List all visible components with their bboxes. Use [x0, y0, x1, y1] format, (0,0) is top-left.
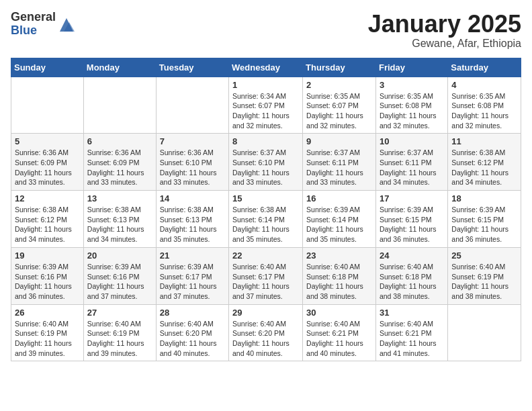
day-number: 31 [380, 308, 444, 318]
day-info: Sunrise: 6:38 AMSunset: 6:14 PMDaylight:… [232, 205, 299, 244]
day-info: Sunrise: 6:37 AMSunset: 6:11 PMDaylight:… [380, 148, 444, 187]
day-number: 16 [306, 193, 372, 203]
calendar-week-1: 1Sunrise: 6:34 AMSunset: 6:07 PMDaylight… [11, 77, 521, 134]
day-info: Sunrise: 6:39 AMSunset: 6:16 PMDaylight:… [87, 262, 152, 302]
day-header-friday: Friday [375, 58, 447, 77]
day-number: 24 [380, 250, 444, 261]
calendar-cell: 11Sunrise: 6:38 AMSunset: 6:12 PMDayligh… [448, 134, 521, 191]
month-title: January 2025 [368, 11, 521, 38]
calendar-cell: 10Sunrise: 6:37 AMSunset: 6:11 PMDayligh… [375, 134, 447, 191]
day-info: Sunrise: 6:35 AMSunset: 6:08 PMDaylight:… [380, 91, 444, 131]
day-header-thursday: Thursday [303, 58, 376, 77]
day-number: 3 [380, 80, 444, 90]
title-block: January 2025 Gewane, Afar, Ethiopia [368, 11, 521, 50]
logo-general: General [11, 11, 56, 24]
calendar-cell: 29Sunrise: 6:40 AMSunset: 6:20 PMDayligh… [229, 304, 303, 361]
day-info: Sunrise: 6:39 AMSunset: 6:16 PMDaylight:… [15, 262, 80, 302]
day-number: 20 [87, 250, 152, 261]
calendar-cell: 21Sunrise: 6:39 AMSunset: 6:17 PMDayligh… [156, 247, 228, 304]
day-info: Sunrise: 6:39 AMSunset: 6:15 PMDaylight:… [380, 205, 444, 244]
calendar-cell: 19Sunrise: 6:39 AMSunset: 6:16 PMDayligh… [11, 247, 84, 304]
calendar-cell: 20Sunrise: 6:39 AMSunset: 6:16 PMDayligh… [83, 247, 156, 304]
day-info: Sunrise: 6:36 AMSunset: 6:10 PMDaylight:… [160, 148, 225, 187]
day-header-sunday: Sunday [11, 58, 84, 77]
day-info: Sunrise: 6:35 AMSunset: 6:07 PMDaylight:… [306, 91, 372, 131]
day-number: 15 [232, 193, 299, 203]
calendar-cell: 14Sunrise: 6:38 AMSunset: 6:13 PMDayligh… [156, 191, 228, 248]
calendar-cell: 15Sunrise: 6:38 AMSunset: 6:14 PMDayligh… [229, 191, 303, 248]
day-info: Sunrise: 6:35 AMSunset: 6:08 PMDaylight:… [451, 91, 517, 131]
day-number: 30 [306, 308, 372, 318]
day-number: 2 [306, 80, 372, 90]
day-info: Sunrise: 6:40 AMSunset: 6:18 PMDaylight:… [306, 262, 372, 302]
calendar-cell: 1Sunrise: 6:34 AMSunset: 6:07 PMDaylight… [229, 77, 303, 134]
calendar-week-2: 5Sunrise: 6:36 AMSunset: 6:09 PMDaylight… [11, 134, 521, 191]
day-header-saturday: Saturday [448, 58, 521, 77]
day-number: 10 [380, 136, 444, 146]
calendar-cell: 17Sunrise: 6:39 AMSunset: 6:15 PMDayligh… [375, 191, 447, 248]
page-header: General Blue January 2025 Gewane, Afar, … [11, 11, 521, 50]
day-info: Sunrise: 6:40 AMSunset: 6:19 PMDaylight:… [87, 319, 152, 359]
day-info: Sunrise: 6:40 AMSunset: 6:21 PMDaylight:… [306, 319, 372, 359]
calendar-cell: 16Sunrise: 6:39 AMSunset: 6:14 PMDayligh… [303, 191, 376, 248]
calendar-cell: 31Sunrise: 6:40 AMSunset: 6:21 PMDayligh… [375, 304, 447, 361]
location-title: Gewane, Afar, Ethiopia [368, 38, 521, 50]
calendar-cell: 30Sunrise: 6:40 AMSunset: 6:21 PMDayligh… [303, 304, 376, 361]
calendar-cell: 18Sunrise: 6:39 AMSunset: 6:15 PMDayligh… [448, 191, 521, 248]
logo-blue: Blue [11, 24, 56, 38]
day-number: 27 [87, 308, 152, 318]
day-number: 6 [87, 136, 152, 146]
day-number: 9 [306, 136, 372, 146]
calendar-cell: 22Sunrise: 6:40 AMSunset: 6:17 PMDayligh… [229, 247, 303, 304]
day-info: Sunrise: 6:37 AMSunset: 6:11 PMDaylight:… [306, 148, 372, 187]
calendar-week-3: 12Sunrise: 6:38 AMSunset: 6:12 PMDayligh… [11, 191, 521, 248]
calendar-week-5: 26Sunrise: 6:40 AMSunset: 6:19 PMDayligh… [11, 304, 521, 361]
day-number: 12 [15, 193, 80, 203]
calendar-cell: 23Sunrise: 6:40 AMSunset: 6:18 PMDayligh… [303, 247, 376, 304]
day-number: 1 [232, 80, 299, 90]
calendar-table: SundayMondayTuesdayWednesdayThursdayFrid… [11, 58, 521, 362]
day-number: 8 [232, 136, 299, 146]
day-header-monday: Monday [83, 58, 156, 77]
day-header-wednesday: Wednesday [229, 58, 303, 77]
day-number: 22 [232, 250, 299, 261]
calendar-cell [83, 77, 156, 134]
day-info: Sunrise: 6:36 AMSunset: 6:09 PMDaylight:… [15, 148, 80, 187]
calendar-cell: 7Sunrise: 6:36 AMSunset: 6:10 PMDaylight… [156, 134, 228, 191]
calendar-cell [11, 77, 84, 134]
day-number: 13 [87, 193, 152, 203]
day-header-tuesday: Tuesday [156, 58, 228, 77]
day-number: 28 [160, 308, 225, 318]
calendar-cell: 3Sunrise: 6:35 AMSunset: 6:08 PMDaylight… [375, 77, 447, 134]
day-info: Sunrise: 6:39 AMSunset: 6:17 PMDaylight:… [160, 262, 225, 302]
calendar-cell: 8Sunrise: 6:37 AMSunset: 6:10 PMDaylight… [229, 134, 303, 191]
calendar-cell: 6Sunrise: 6:36 AMSunset: 6:09 PMDaylight… [83, 134, 156, 191]
calendar-cell [156, 77, 228, 134]
day-number: 17 [380, 193, 444, 203]
day-number: 19 [15, 250, 80, 261]
calendar-cell: 27Sunrise: 6:40 AMSunset: 6:19 PMDayligh… [83, 304, 156, 361]
day-info: Sunrise: 6:38 AMSunset: 6:12 PMDaylight:… [15, 205, 80, 244]
calendar-cell: 4Sunrise: 6:35 AMSunset: 6:08 PMDaylight… [448, 77, 521, 134]
calendar-header-row: SundayMondayTuesdayWednesdayThursdayFrid… [11, 58, 521, 77]
day-info: Sunrise: 6:40 AMSunset: 6:21 PMDaylight:… [380, 319, 444, 359]
calendar-cell: 9Sunrise: 6:37 AMSunset: 6:11 PMDaylight… [303, 134, 376, 191]
calendar-cell: 25Sunrise: 6:40 AMSunset: 6:19 PMDayligh… [448, 247, 521, 304]
calendar-cell: 24Sunrise: 6:40 AMSunset: 6:18 PMDayligh… [375, 247, 447, 304]
calendar-cell: 28Sunrise: 6:40 AMSunset: 6:20 PMDayligh… [156, 304, 228, 361]
day-number: 7 [160, 136, 225, 146]
calendar-cell: 5Sunrise: 6:36 AMSunset: 6:09 PMDaylight… [11, 134, 84, 191]
day-number: 26 [15, 308, 80, 318]
day-info: Sunrise: 6:40 AMSunset: 6:18 PMDaylight:… [380, 262, 444, 302]
day-info: Sunrise: 6:36 AMSunset: 6:09 PMDaylight:… [87, 148, 152, 187]
calendar-cell: 13Sunrise: 6:38 AMSunset: 6:13 PMDayligh… [83, 191, 156, 248]
day-number: 5 [15, 136, 80, 146]
day-info: Sunrise: 6:39 AMSunset: 6:15 PMDaylight:… [451, 205, 517, 244]
day-info: Sunrise: 6:34 AMSunset: 6:07 PMDaylight:… [232, 91, 299, 131]
calendar-cell: 26Sunrise: 6:40 AMSunset: 6:19 PMDayligh… [11, 304, 84, 361]
day-info: Sunrise: 6:40 AMSunset: 6:19 PMDaylight:… [15, 319, 80, 359]
logo: General Blue [11, 11, 76, 38]
day-info: Sunrise: 6:38 AMSunset: 6:13 PMDaylight:… [160, 205, 225, 244]
day-number: 29 [232, 308, 299, 318]
day-info: Sunrise: 6:40 AMSunset: 6:19 PMDaylight:… [451, 262, 517, 302]
